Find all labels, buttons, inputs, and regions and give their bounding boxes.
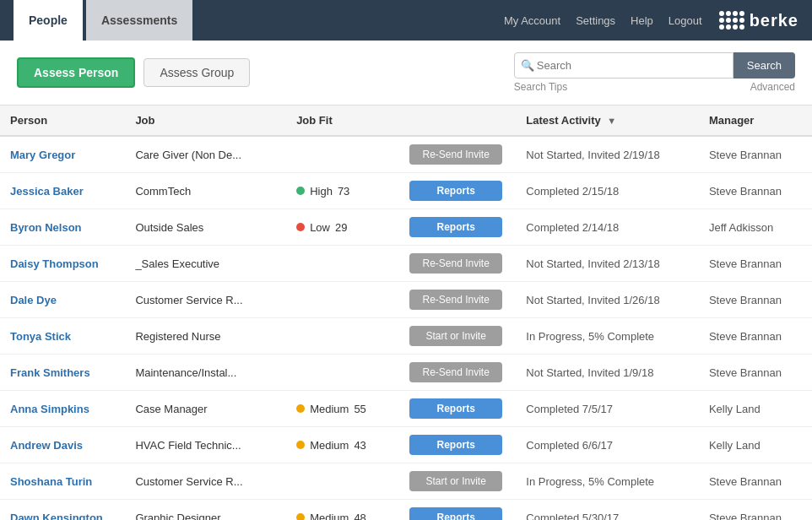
person-name[interactable]: Tonya Stick (10, 330, 71, 343)
reports-button[interactable]: Reports (409, 217, 502, 237)
activity-cell: In Progress, 5% Complete (516, 318, 699, 355)
nav-links: My Account Settings Help Logout (504, 14, 702, 27)
action-cell: Reports (399, 173, 516, 209)
advanced-search-link[interactable]: Advanced (750, 81, 795, 93)
col-header-manager: Manager (699, 106, 812, 136)
manager-cell: Steve Brannan (699, 463, 812, 500)
table-row: Dale DyeCustomer Service R...Re-Send Inv… (0, 282, 812, 318)
activity-cell: Not Started, Invited 2/19/18 (516, 136, 699, 173)
search-input-wrap: 🔍 (514, 52, 734, 79)
reports-button[interactable]: Reports (409, 435, 502, 455)
person-name[interactable]: Dawn Kensington (10, 512, 103, 521)
fit-score: 43 (354, 439, 365, 452)
person-name[interactable]: Anna Simpkins (10, 403, 89, 415)
table-row: Tonya StickRegistered NurseStart or Invi… (0, 318, 812, 355)
fit-dot-icon (296, 404, 305, 413)
table-row: Byron NelsonOutside SalesLow29ReportsCom… (0, 209, 812, 246)
people-table: Person Job Job Fit Latest Activity ▼ Man… (0, 106, 812, 520)
jobfit-cell (286, 318, 399, 355)
activity-cell: Not Started, Invited 1/26/18 (516, 282, 699, 318)
resend-invite-button[interactable]: Re-Send Invite (409, 144, 502, 165)
manager-cell: Steve Brannan (699, 282, 812, 318)
brand-logo: berke (719, 11, 798, 30)
activity-cell: Completed 6/6/17 (516, 427, 699, 463)
person-name[interactable]: Shoshana Turin (10, 475, 92, 488)
table-row: Daisy Thompson_Sales ExecutiveRe-Send In… (0, 246, 812, 282)
search-button[interactable]: Search (734, 52, 795, 79)
help-link[interactable]: Help (631, 14, 653, 27)
action-cell: Start or Invite (399, 463, 516, 500)
person-name[interactable]: Frank Smithers (10, 366, 90, 379)
manager-cell: Steve Brannan (699, 355, 812, 391)
person-name[interactable]: Andrew Davis (10, 439, 83, 452)
settings-link[interactable]: Settings (576, 14, 615, 27)
search-area: 🔍 Search Search Tips Advanced (514, 52, 795, 93)
fit-score: 73 (338, 185, 349, 198)
fit-dot-icon (296, 441, 305, 449)
start-or-invite-button[interactable]: Start or Invite (409, 326, 502, 346)
job-cell: _Sales Executive (125, 246, 286, 282)
job-cell: Graphic Designer (125, 500, 286, 521)
col-header-person: Person (0, 106, 125, 136)
action-cell: Re-Send Invite (399, 136, 516, 173)
manager-cell: Kelly Land (699, 427, 812, 463)
activity-cell: Completed 5/30/17 (516, 500, 699, 521)
jobfit-cell (286, 282, 399, 318)
person-name[interactable]: Mary Gregor (10, 149, 75, 161)
logout-link[interactable]: Logout (669, 14, 702, 27)
jobfit-cell: Medium55 (286, 391, 399, 427)
table-row: Shoshana TurinCustomer Service R...Start… (0, 463, 812, 500)
fit-label: High (310, 185, 333, 198)
col-header-activity[interactable]: Latest Activity ▼ (516, 106, 699, 136)
nav-tab-people[interactable]: People (14, 0, 83, 41)
col-header-job: Job (125, 106, 286, 136)
fit-label: Medium (310, 512, 349, 521)
reports-button[interactable]: Reports (409, 181, 502, 201)
fit-dot-icon (296, 513, 305, 520)
reports-button[interactable]: Reports (409, 507, 502, 520)
table-row: Frank SmithersMaintenance/Instal...Re-Se… (0, 355, 812, 391)
fit-label: Medium (310, 403, 349, 415)
action-cell: Reports (399, 427, 516, 463)
manager-cell: Kelly Land (699, 391, 812, 427)
job-cell: Care Giver (Non De... (125, 136, 286, 173)
jobfit-cell (286, 463, 399, 500)
job-cell: Customer Service R... (125, 282, 286, 318)
search-row: 🔍 Search (514, 52, 795, 79)
search-tips: Search Tips (514, 81, 567, 93)
jobfit-cell (286, 246, 399, 282)
activity-cell: Completed 7/5/17 (516, 391, 699, 427)
reports-button[interactable]: Reports (409, 398, 502, 419)
job-cell: Outside Sales (125, 209, 286, 246)
job-cell: Maintenance/Instal... (125, 355, 286, 391)
fit-score: 55 (354, 403, 365, 415)
manager-cell: Steve Brannan (699, 500, 812, 521)
jobfit-cell: Medium43 (286, 427, 399, 463)
my-account-link[interactable]: My Account (504, 14, 560, 27)
person-name[interactable]: Byron Nelson (10, 221, 82, 234)
table-row: Mary GregorCare Giver (Non De...Re-Send … (0, 136, 812, 173)
start-or-invite-button[interactable]: Start or Invite (409, 471, 502, 491)
resend-invite-button[interactable]: Re-Send Invite (409, 362, 502, 382)
person-name[interactable]: Daisy Thompson (10, 257, 99, 270)
assess-person-button[interactable]: Assess Person (17, 57, 135, 88)
nav-tab-assessments[interactable]: Assessments (86, 0, 192, 41)
table-body: Mary GregorCare Giver (Non De...Re-Send … (0, 136, 812, 520)
fit-label: Low (310, 221, 330, 234)
person-name[interactable]: Dale Dye (10, 294, 57, 306)
fit-score: 29 (335, 221, 347, 234)
job-cell: Customer Service R... (125, 463, 286, 500)
resend-invite-button[interactable]: Re-Send Invite (409, 290, 502, 310)
action-cell: Start or Invite (399, 318, 516, 355)
jobfit-cell (286, 136, 399, 173)
manager-cell: Steve Brannan (699, 136, 812, 173)
person-name[interactable]: Jessica Baker (10, 185, 84, 198)
search-input[interactable] (514, 52, 734, 79)
assess-group-button[interactable]: Assess Group (143, 58, 250, 87)
resend-invite-button[interactable]: Re-Send Invite (409, 253, 502, 274)
action-cell: Re-Send Invite (399, 355, 516, 391)
fit-label: Medium (310, 439, 349, 452)
action-cell: Reports (399, 209, 516, 246)
activity-cell: Completed 2/15/18 (516, 173, 699, 209)
job-cell: HVAC Field Technic... (125, 427, 286, 463)
